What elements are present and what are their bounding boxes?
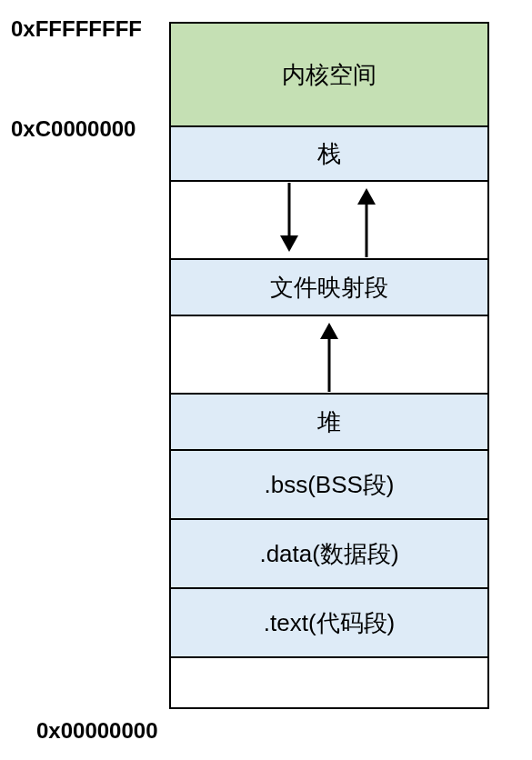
segment-stack-label: 栈 — [317, 138, 341, 170]
segment-bss-label: .bss(BSS段) — [264, 469, 394, 501]
segment-data: .data(数据段) — [171, 520, 487, 589]
gap-stack-mmap — [171, 182, 487, 260]
address-label-kernel-boundary: 0xC0000000 — [11, 116, 136, 142]
svg-marker-3 — [357, 188, 376, 205]
arrow-heap-up — [171, 317, 487, 392]
segment-data-label: .data(数据段) — [259, 538, 398, 570]
gap-bottom — [171, 658, 487, 707]
segment-bss: .bss(BSS段) — [171, 451, 487, 520]
arrows-stack-mmap — [171, 183, 487, 257]
memory-layout-diagram: 0xFFFFFFFF 0xC0000000 0x00000000 内核空间 栈 … — [0, 0, 532, 760]
segment-heap: 堆 — [171, 395, 487, 451]
segment-stack: 栈 — [171, 127, 487, 182]
segment-text-label: .text(代码段) — [264, 607, 395, 639]
svg-marker-5 — [320, 323, 338, 339]
svg-marker-1 — [280, 235, 298, 252]
segment-mmap-label: 文件映射段 — [270, 272, 388, 304]
segment-mmap: 文件映射段 — [171, 260, 487, 316]
address-label-bottom: 0x00000000 — [36, 718, 157, 744]
gap-mmap-heap — [171, 316, 487, 395]
memory-column: 内核空间 栈 文件映射段 堆 .bss(BSS段) — [169, 22, 489, 709]
address-label-top: 0xFFFFFFFF — [11, 16, 142, 42]
segment-heap-label: 堆 — [317, 406, 341, 438]
segment-kernel: 内核空间 — [171, 24, 487, 127]
segment-text: .text(代码段) — [171, 589, 487, 658]
segment-kernel-label: 内核空间 — [282, 59, 376, 91]
